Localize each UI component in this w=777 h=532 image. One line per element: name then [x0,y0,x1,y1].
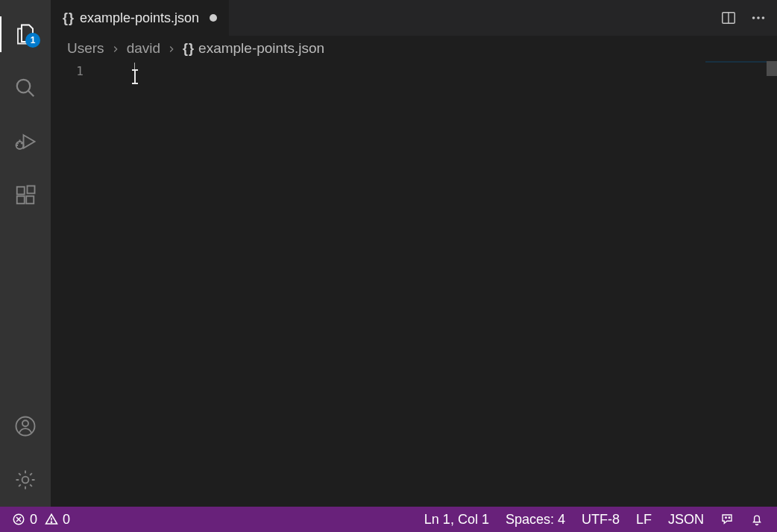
line-number: 1 [51,64,84,78]
code-line-1[interactable] [98,61,777,79]
feedback-icon [720,513,734,526]
status-notifications[interactable] [750,513,764,526]
breadcrumb-filename: example-points.json [198,40,324,57]
split-editor-icon [720,10,737,26]
activity-settings[interactable] [0,453,51,507]
status-line-col[interactable]: Ln 1, Col 1 [424,512,489,528]
activity-extensions[interactable] [0,168,51,222]
more-actions-button[interactable] [750,10,767,26]
activity-run-debug[interactable] [0,115,51,168]
svg-rect-6 [26,196,34,203]
error-icon [12,513,25,526]
svg-point-22 [726,517,727,519]
svg-point-20 [51,522,51,522]
status-language[interactable]: JSON [668,512,704,528]
svg-rect-7 [28,186,35,194]
explorer-badge: 1 [25,33,40,48]
breadcrumb-file[interactable]: { } example-points.json [183,40,324,57]
activity-search[interactable] [0,61,51,115]
split-editor-button[interactable] [720,10,737,26]
status-errors-count: 0 [30,512,37,528]
svg-point-21 [729,517,730,519]
gear-icon [14,469,37,491]
svg-marker-2 [24,135,35,148]
status-problems[interactable]: 0 0 [12,512,70,528]
breadcrumb-david[interactable]: david [127,40,160,57]
debug-icon [14,130,37,153]
svg-point-15 [762,16,765,19]
json-braces-icon: { } [183,41,192,57]
activity-explorer[interactable]: 1 [0,7,51,61]
breadcrumb-users[interactable]: Users [67,40,104,57]
svg-line-1 [28,91,34,97]
editor-body[interactable]: 1 [51,61,777,507]
dirty-indicator-icon [210,14,217,22]
activity-accounts[interactable] [0,399,51,453]
activity-bar: 1 [0,0,51,507]
svg-point-10 [22,477,29,484]
chevron-right-icon [166,40,177,57]
svg-rect-4 [17,187,25,194]
mouse-ibeam-cursor-icon [134,70,136,83]
chevron-right-icon [110,40,121,57]
status-eol[interactable]: LF [636,512,652,528]
line-gutter: 1 [51,61,98,507]
svg-point-14 [757,16,760,19]
account-icon [14,415,37,437]
bell-icon [750,513,764,526]
status-encoding[interactable]: UTF-8 [582,512,620,528]
search-icon [14,77,37,99]
warning-icon [45,513,58,526]
code-area[interactable] [98,61,777,507]
json-braces-icon: { } [63,10,72,26]
tab-example-points-json[interactable]: { } example-points.json [51,0,229,36]
svg-rect-5 [17,196,25,203]
extensions-icon [14,184,37,206]
scrollbar-thumb[interactable] [767,61,777,76]
tab-filename: example-points.json [80,10,199,26]
svg-point-13 [752,16,755,19]
status-indentation[interactable]: Spaces: 4 [506,512,565,528]
status-bar: 0 0 Ln 1, Col 1 Spaces: 4 UTF-8 LF JSON [0,507,777,532]
svg-point-9 [22,420,28,426]
status-feedback[interactable] [720,513,734,526]
status-warnings-count: 0 [63,512,70,528]
svg-point-0 [17,80,31,93]
breadcrumb: Users david { } example-points.json [51,36,777,61]
ellipsis-icon [750,10,767,26]
tab-bar: { } example-points.json [51,0,777,36]
